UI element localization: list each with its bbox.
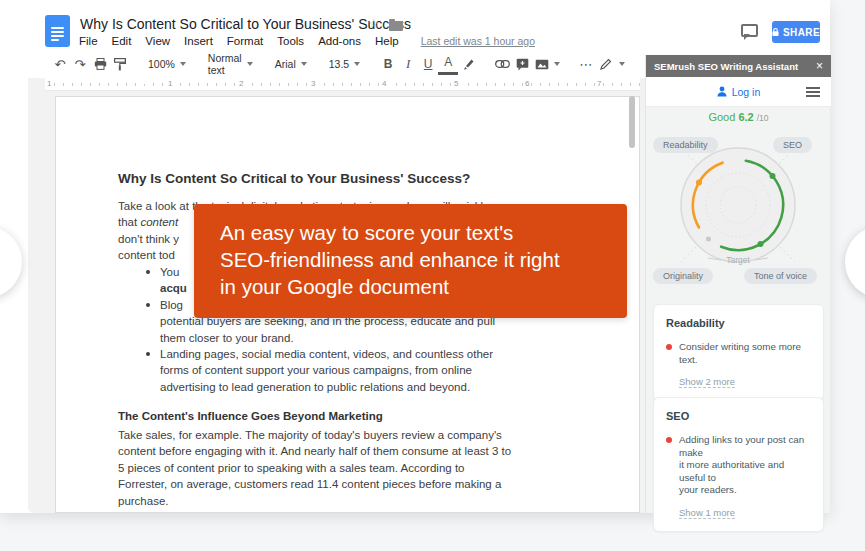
bold-button[interactable]: B <box>378 53 398 75</box>
undo-icon[interactable]: ↶ <box>50 53 70 75</box>
font-size-select[interactable]: 13.5 <box>325 58 364 70</box>
doc-heading: Why Is Content So Critical to Your Busin… <box>118 171 470 186</box>
ruler-number: 5 <box>452 79 460 88</box>
menu-tools[interactable]: Tools <box>277 35 304 47</box>
menu-addons[interactable]: Add-ons <box>318 35 361 47</box>
readability-card: Readability Consider writing some more t… <box>653 304 824 401</box>
document-title[interactable]: Why Is Content So Critical to Your Busin… <box>80 16 411 32</box>
chevron-down-icon <box>180 62 186 66</box>
add-comment-icon[interactable] <box>512 53 532 75</box>
italic-button[interactable]: I <box>398 53 418 75</box>
issue-dot-icon <box>666 344 672 350</box>
right-indent-marker[interactable] <box>515 79 522 86</box>
ruler-number: 3 <box>309 79 317 88</box>
google-docs-icon[interactable] <box>45 15 70 47</box>
font-select[interactable]: Arial <box>271 58 311 70</box>
list-item: Landing pages, social media content, vid… <box>146 346 576 395</box>
ruler-number: 2 <box>237 79 245 88</box>
login-row: Log in <box>646 77 831 107</box>
doc-subheading: The Content's Influence Goes Beyond Mark… <box>118 410 383 422</box>
score-label: Good <box>708 111 735 123</box>
promo-tooltip: An easy way to score your text's SEO-fri… <box>194 204 627 318</box>
score-outof: /10 <box>757 113 769 123</box>
menu-file[interactable]: File <box>79 35 98 47</box>
ruler: 1 1 2 3 4 5 6 7 <box>45 78 640 91</box>
comments-icon[interactable] <box>741 24 758 37</box>
gauge-label-tone-of-voice: Tone of voice <box>744 268 817 284</box>
menu-bar: File Edit View Insert Format Tools Add-o… <box>79 35 535 47</box>
score-value: 6.2 <box>738 111 753 123</box>
chevron-down-icon <box>301 62 307 66</box>
zoom-select[interactable]: 100% <box>144 58 190 70</box>
highlight-color-button[interactable] <box>458 53 478 75</box>
share-button[interactable]: SHARE <box>772 21 820 43</box>
ruler-number: 1 <box>45 79 53 88</box>
menu-insert[interactable]: Insert <box>184 35 213 47</box>
folder-icon[interactable] <box>389 21 403 31</box>
chevron-down-icon[interactable] <box>554 62 560 66</box>
left-indent-marker[interactable] <box>140 79 147 86</box>
close-icon[interactable]: × <box>816 60 823 72</box>
menu-format[interactable]: Format <box>227 35 263 47</box>
editing-mode-icon[interactable] <box>596 53 616 75</box>
seo-issue: Adding links to your post can make it mo… <box>666 434 811 497</box>
more-options-icon[interactable]: ⋯ <box>576 53 596 75</box>
gauge-label-originality: Originality <box>653 268 713 284</box>
paint-format-icon[interactable] <box>110 53 130 75</box>
underline-button[interactable]: U <box>418 53 438 75</box>
gauge-label-seo: SEO <box>773 137 812 153</box>
vertical-scrollbar[interactable] <box>629 96 635 148</box>
ruler-number: 6 <box>523 79 531 88</box>
insert-image-icon[interactable] <box>532 53 552 75</box>
hamburger-menu-icon[interactable] <box>806 87 820 100</box>
menu-edit[interactable]: Edit <box>112 35 132 47</box>
text-color-button[interactable]: A <box>438 53 458 75</box>
ruler-number: 7 <box>595 79 603 88</box>
sidebar-header: SEMrush SEO Writing Assistant × <box>646 55 831 77</box>
chevron-down-icon <box>354 62 360 66</box>
paragraph-style-select[interactable]: Normal text <box>204 52 257 76</box>
login-button[interactable]: Log in <box>717 86 761 98</box>
semrush-sidebar: SEMrush SEO Writing Assistant × Log in G… <box>645 55 830 513</box>
issue-dot-icon <box>666 437 672 443</box>
insert-link-icon[interactable] <box>492 53 512 75</box>
last-edit-link[interactable]: Last edit was 1 hour ago <box>421 35 535 47</box>
doc-paragraph-2: Take sales, for example. The majority of… <box>118 427 538 509</box>
lock-icon <box>772 27 779 37</box>
chevron-down-icon[interactable] <box>619 62 625 66</box>
ruler-number: 1 <box>166 79 174 88</box>
overall-score: Good 6.2 /10 <box>646 111 831 123</box>
chevron-down-icon <box>247 62 253 66</box>
menu-view[interactable]: View <box>145 35 170 47</box>
print-icon[interactable] <box>90 53 110 75</box>
toolbar: ↶ ↷ 100% Normal text Arial 13.5 B I U A <box>0 50 645 78</box>
ruler-number: 4 <box>380 79 388 88</box>
seo-show-more-link[interactable]: Show 1 more <box>679 507 735 519</box>
readability-card-title: Readability <box>666 317 811 329</box>
gauge-target-label: Target <box>726 255 750 265</box>
google-docs-window: Why Is Content So Critical to Your Busin… <box>0 0 830 513</box>
sidebar-title: SEMrush SEO Writing Assistant <box>654 61 816 72</box>
menu-help[interactable]: Help <box>375 35 399 47</box>
carousel-next-button[interactable] <box>845 226 865 298</box>
score-gauge: Target <box>676 143 800 267</box>
seo-card: SEO Adding links to your post can make i… <box>653 397 824 532</box>
gauge-label-readability: Readability <box>653 137 718 153</box>
readability-issue: Consider writing some more text. <box>666 341 811 366</box>
redo-icon[interactable]: ↷ <box>70 53 90 75</box>
seo-card-title: SEO <box>666 410 811 422</box>
readability-show-more-link[interactable]: Show 2 more <box>679 376 735 388</box>
person-icon <box>717 86 727 97</box>
star-icon[interactable]: ☆ <box>368 16 380 31</box>
